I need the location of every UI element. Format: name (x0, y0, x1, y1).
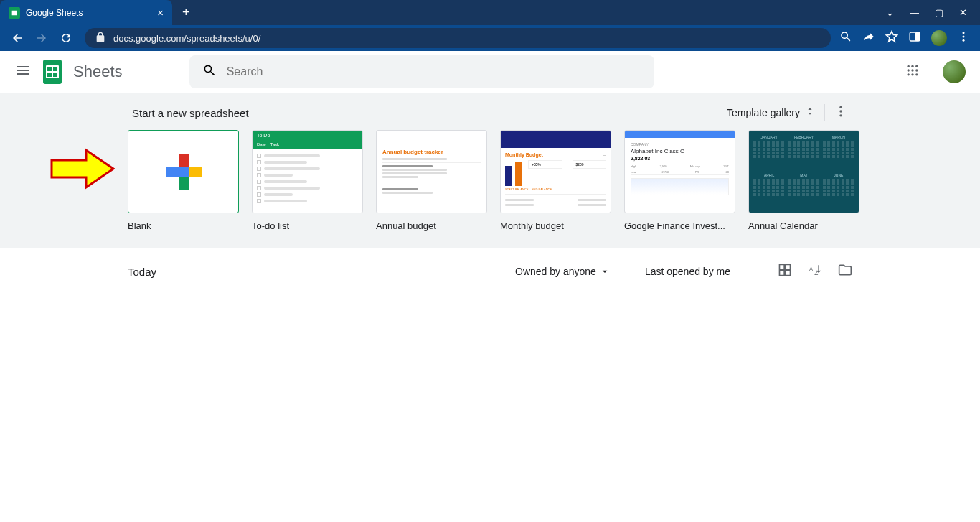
side-panel-icon[interactable] (908, 30, 921, 46)
share-icon[interactable] (862, 30, 875, 46)
template-blank[interactable]: Blank (128, 130, 239, 231)
monthly-thumb-amt: $200 (576, 162, 584, 167)
account-avatar[interactable] (943, 60, 966, 83)
template-thumb-annual: Annual budget tracker (376, 130, 487, 213)
annual-thumb-title: Annual budget tracker (382, 149, 481, 155)
svg-point-6 (907, 65, 909, 67)
svg-marker-20 (52, 150, 113, 187)
template-gallery-label: Template gallery (727, 107, 800, 118)
search-box[interactable] (189, 55, 654, 88)
tab-close-icon[interactable]: × (157, 6, 164, 19)
finance-thumb-label: COMPANY (631, 142, 729, 146)
templates-more-icon[interactable] (834, 104, 848, 121)
sheets-logo-icon (43, 60, 62, 84)
template-label: Annual budget (376, 220, 487, 231)
search-input[interactable] (227, 65, 641, 78)
files-view-icons: AZ (778, 263, 852, 280)
template-thumb-todo: To Do DateTask (252, 130, 363, 213)
window-controls: ⌄ — ▢ ✕ (886, 7, 980, 18)
svg-point-15 (839, 106, 842, 108)
svg-point-3 (963, 32, 965, 34)
owner-filter[interactable]: Owned by anyone (515, 266, 611, 277)
app-title: Sheets (73, 62, 123, 81)
reload-button[interactable] (56, 28, 76, 48)
template-label: To-do list (252, 220, 363, 231)
svg-point-17 (839, 114, 842, 116)
template-annual-budget[interactable]: Annual budget tracker Annual bu (376, 130, 487, 231)
grid-view-icon[interactable] (778, 263, 792, 280)
template-label: Google Finance Invest... (624, 220, 735, 231)
back-button[interactable] (7, 28, 27, 48)
close-window-icon[interactable]: ✕ (959, 7, 967, 18)
new-tab-button[interactable]: + (182, 5, 190, 20)
svg-point-5 (963, 39, 965, 42)
address-bar-actions (839, 30, 973, 46)
template-calendar[interactable]: JANUARYFEBRUARYMARCHAPRILMAYJUNE Annual … (748, 130, 859, 231)
minimize-icon[interactable]: — (910, 7, 919, 18)
svg-point-12 (907, 73, 909, 75)
files-today-label: Today (128, 266, 156, 278)
template-row: Blank To Do DateTask (128, 130, 852, 231)
app-header: Sheets (0, 51, 980, 93)
template-thumb-finance: COMPANY Alphabet Inc Class C 2,822.03 Hi… (624, 130, 735, 213)
main-menu-icon[interactable] (14, 62, 32, 82)
todo-thumb-tab: Task (270, 142, 279, 146)
sheets-favicon (9, 7, 20, 19)
separator (824, 104, 825, 121)
sort-az-icon[interactable]: AZ (808, 263, 822, 280)
monthly-thumb-pct: +35% (532, 162, 541, 167)
browser-profile-avatar[interactable] (931, 30, 947, 46)
todo-thumb-header: To Do (257, 133, 270, 138)
url-text: docs.google.com/spreadsheets/u/0/ (113, 33, 260, 44)
svg-point-7 (911, 65, 913, 67)
svg-point-8 (915, 65, 918, 67)
finance-thumb-name: Alphabet Inc Class C (631, 148, 729, 154)
template-label: Monthly budget (500, 220, 611, 231)
templates-header: Start a new spreadsheet Template gallery (128, 104, 852, 121)
browser-menu-icon[interactable] (957, 30, 970, 46)
address-bar: docs.google.com/spreadsheets/u/0/ (0, 25, 980, 51)
template-thumb-monthly: Monthly Budget — +35% $200 (500, 130, 611, 213)
unfold-icon (804, 106, 816, 120)
svg-point-4 (963, 36, 965, 38)
template-finance[interactable]: COMPANY Alphabet Inc Class C 2,822.03 Hi… (624, 130, 735, 231)
owner-filter-label: Owned by anyone (515, 266, 596, 277)
browser-tab[interactable]: Google Sheets × (0, 0, 172, 25)
svg-point-16 (839, 110, 842, 112)
sheets-app: Sheets Start a new spreadsheet Template … (0, 51, 980, 294)
bookmark-icon[interactable] (885, 30, 898, 46)
lock-icon (95, 32, 106, 45)
annotation-arrow-icon (50, 147, 115, 193)
search-icon (202, 63, 217, 80)
svg-point-10 (911, 69, 913, 71)
template-todo[interactable]: To Do DateTask (252, 130, 363, 231)
tab-search-icon[interactable]: ⌄ (886, 7, 894, 18)
svg-text:Z: Z (814, 269, 818, 276)
templates-section: Start a new spreadsheet Template gallery (0, 93, 980, 248)
folder-icon[interactable] (838, 263, 852, 280)
svg-point-13 (911, 73, 913, 75)
template-monthly-budget[interactable]: Monthly Budget — +35% $200 (500, 130, 611, 231)
maximize-icon[interactable]: ▢ (935, 7, 943, 18)
finance-thumb-price: 2,822.03 (631, 156, 729, 161)
template-thumb-calendar: JANUARYFEBRUARYMARCHAPRILMAYJUNE (748, 130, 859, 213)
forward-button[interactable] (32, 28, 52, 48)
svg-point-9 (907, 69, 909, 71)
template-label: Blank (128, 220, 239, 231)
tab-bar: Google Sheets × + ⌄ — ▢ ✕ (0, 0, 980, 25)
tab-title: Google Sheets (26, 8, 83, 18)
svg-point-14 (915, 73, 918, 75)
template-gallery-link[interactable]: Template gallery (727, 106, 816, 120)
monthly-thumb-title: Monthly Budget (505, 152, 543, 157)
svg-text:A: A (809, 266, 814, 273)
url-box[interactable]: docs.google.com/spreadsheets/u/0/ (85, 28, 831, 48)
sort-label[interactable]: Last opened by me (645, 266, 730, 277)
svg-rect-2 (915, 32, 920, 41)
template-label: Annual Calendar (748, 220, 859, 231)
todo-thumb-tab: Date (257, 142, 266, 146)
zoom-icon[interactable] (839, 30, 852, 46)
template-thumb-blank (128, 130, 239, 213)
files-section: Today Owned by anyone Last opened by me … (0, 248, 980, 294)
google-apps-icon[interactable] (905, 63, 920, 80)
plus-icon (166, 154, 202, 190)
